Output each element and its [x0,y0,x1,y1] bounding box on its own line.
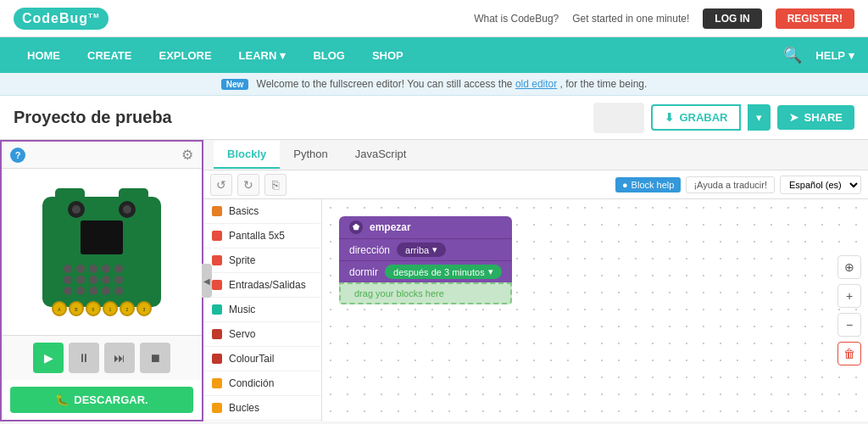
project-title-input[interactable] [14,108,583,127]
play-button[interactable]: ▶ [33,343,64,373]
zoom-out-tool[interactable]: − [837,313,861,337]
blockly-area: Basics Pantalla 5x5 Sprite Entradas/Sali… [203,199,868,421]
collapse-panel-arrow[interactable]: ◀ [202,264,212,298]
block-dormir-pill[interactable]: después de 3 minutos ▾ [385,265,502,279]
logo-tm: TM [88,11,100,19]
help-button[interactable]: HELP ▾ [815,49,854,62]
link-get-started[interactable]: Get started in one minute! [572,13,689,25]
category-dot [212,403,222,413]
category-label: Entradas/Salidas [229,279,306,291]
nav-home[interactable]: HOME [14,37,74,73]
category-sprite[interactable]: Sprite [203,248,321,273]
category-music[interactable]: Music [203,298,321,322]
device-panel-header: ? ⚙ [2,142,202,169]
old-editor-link[interactable]: old editor [515,78,557,90]
block-help-label: Block help [632,180,675,190]
block-empezar-label: empezar [370,221,411,233]
zoom-in-tool[interactable]: + [837,284,861,308]
next-button[interactable]: ⏭ [104,343,135,373]
canvas-tools: ⊕ + − 🗑 [837,255,861,365]
undo-button[interactable]: ↺ [210,174,232,196]
svg-point-13 [114,265,123,273]
download-label: DESCARGAR. [74,393,147,406]
nav-blog[interactable]: BLOG [299,37,359,73]
help-label: HELP [815,49,845,62]
category-label: Bucles [229,402,259,414]
category-label: Basics [229,205,259,217]
category-dot [212,255,222,265]
nav-explore[interactable]: EXPLORE [145,37,225,73]
nav-create[interactable]: CREATE [74,37,145,73]
delete-tool[interactable]: 🗑 [837,342,861,365]
language-select[interactable]: Español (es) [780,176,861,194]
pause-button[interactable]: ⏸ [69,343,99,373]
recenter-tool[interactable]: ⊕ [837,255,861,279]
link-what-is[interactable]: What is CodeBug? [474,13,559,25]
block-direccion-pill[interactable]: arriba ▾ [397,243,446,257]
help-question-icon[interactable]: ? [10,148,25,163]
download-button[interactable]: 🐛 DESCARGAR. [10,387,193,413]
translate-button[interactable]: ¡Ayuda a traducir! [686,176,775,193]
svg-text:2: 2 [126,307,129,312]
chevron-down-icon: ▾ [432,244,437,255]
nav-right: 🔍 HELP ▾ [783,46,854,64]
device-preview-thumbnail [593,103,644,133]
share-button[interactable]: ➤ SHARE [777,105,854,130]
search-icon[interactable]: 🔍 [783,46,802,64]
new-badge: New [221,79,249,90]
chevron-down-icon: ▾ [849,49,854,62]
settings-gear-icon[interactable]: ⚙ [181,147,193,163]
nav-learn[interactable]: LEARN ▾ [225,37,300,73]
tab-blockly[interactable]: Blockly [214,141,280,169]
block-direccion-label: dirección [349,244,390,256]
svg-point-12 [102,265,110,273]
category-dot [212,304,222,315]
nav-shop[interactable]: SHOP [359,37,417,73]
device-board: A B 0 1 2 3 [2,169,202,335]
svg-text:1: 1 [109,307,112,312]
category-servo[interactable]: Servo [203,322,321,347]
svg-point-10 [76,265,85,273]
category-pantalla[interactable]: Pantalla 5x5 [203,224,321,248]
block-group-main: ⬟ empezar dirección arriba ▾ dormir [339,216,512,304]
category-dot [212,231,222,241]
svg-point-17 [102,276,110,284]
category-label: Pantalla 5x5 [229,230,285,242]
redo-button[interactable]: ↻ [237,174,259,196]
category-bucles[interactable]: Bucles [203,396,321,421]
blocks-canvas[interactable]: ⬟ empezar dirección arriba ▾ dormir [322,199,868,421]
category-label: Condición [229,377,274,389]
svg-point-22 [102,287,110,295]
tab-python[interactable]: Python [280,141,341,169]
category-label: Servo [229,328,255,340]
download-icon: 🐛 [55,393,69,406]
category-colourtail[interactable]: ColourTail [203,347,321,371]
svg-point-21 [89,287,97,295]
category-entradas[interactable]: Entradas/Salidas [203,273,321,298]
stop-button[interactable]: ⏹ [140,343,170,373]
top-links: What is CodeBug? Get started in one minu… [474,8,854,29]
logo-text: CodeBug [22,11,88,25]
category-condicion[interactable]: Condición [203,371,321,396]
block-help-button[interactable]: ● Block help [615,177,681,192]
svg-point-23 [114,287,123,295]
grabar-button[interactable]: ⬇ GRABAR [651,104,741,131]
category-dot [212,378,222,388]
login-button[interactable]: LOG IN [703,8,761,29]
category-logica[interactable]: Lógica [203,421,321,421]
device-controls: ▶ ⏸ ⏭ ⏹ [2,335,202,380]
register-button[interactable]: REGISTER! [776,8,854,29]
download-icon: ⬇ [665,111,674,124]
category-basics[interactable]: Basics [203,199,321,224]
copy-button[interactable]: ⎘ [264,174,287,196]
svg-point-11 [89,265,97,273]
info-icon: ● [622,180,628,190]
nav-bar: HOME CREATE EXPLORE LEARN ▾ BLOG SHOP 🔍 … [0,37,868,73]
grabar-label: GRABAR [679,111,727,124]
drag-hint: drag your blocks here [339,282,512,304]
top-bar: CodeBugTM What is CodeBug? Get started i… [0,0,868,37]
grabar-dropdown-button[interactable]: ▾ [748,104,771,131]
tab-javascript[interactable]: JavaScript [342,141,420,169]
svg-point-14 [64,276,72,284]
logo[interactable]: CodeBugTM [14,8,108,30]
